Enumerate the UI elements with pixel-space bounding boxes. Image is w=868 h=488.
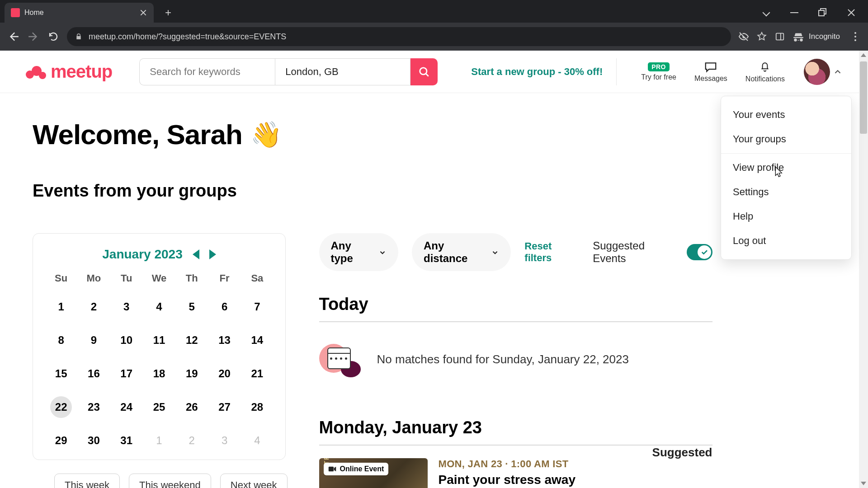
calendar-day[interactable]: 29 — [50, 430, 72, 451]
minimize-icon[interactable] — [790, 9, 798, 17]
this-weekend-button[interactable]: This weekend — [129, 474, 211, 488]
menu-your-events[interactable]: Your events — [721, 103, 851, 127]
calendar-day[interactable]: 4 — [148, 296, 170, 318]
event-row[interactable]: STRESS AWAY Online Event MON, JAN 23 · 1… — [319, 446, 712, 488]
distance-filter[interactable]: Any distance — [412, 233, 511, 271]
calendar-day[interactable]: 21 — [246, 363, 268, 385]
side-panel-icon[interactable] — [774, 31, 785, 42]
calendar-day[interactable]: 28 — [246, 396, 268, 418]
calendar-day[interactable]: 8 — [50, 329, 72, 351]
svg-point-4 — [420, 67, 427, 74]
calendar-day[interactable]: 3 — [116, 296, 137, 318]
search-input[interactable] — [139, 58, 275, 85]
messages-link[interactable]: Messages — [690, 61, 732, 83]
bell-icon — [759, 61, 771, 73]
calendar-day[interactable]: 5 — [181, 296, 203, 318]
calendar-day[interactable]: 18 — [148, 363, 170, 385]
maximize-icon[interactable] — [818, 8, 827, 17]
vertical-scrollbar[interactable] — [859, 51, 868, 488]
video-icon — [328, 466, 336, 472]
scroll-up-icon[interactable] — [861, 53, 866, 57]
calendar-day[interactable]: 17 — [116, 363, 137, 385]
calendar-day[interactable]: 25 — [148, 396, 170, 418]
calendar-day[interactable]: 13 — [214, 329, 236, 351]
calendar-day[interactable]: 10 — [116, 329, 137, 351]
welcome-text: Welcome, Sarah — [33, 118, 242, 150]
scroll-down-icon[interactable] — [861, 482, 866, 485]
eye-off-icon[interactable] — [738, 31, 749, 42]
new-tab-button[interactable]: + — [159, 4, 177, 22]
calendar-day[interactable]: 7 — [246, 296, 268, 318]
next-day-heading: Monday, January 23 — [319, 418, 712, 446]
today-heading: Today — [319, 295, 712, 322]
menu-help[interactable]: Help — [721, 204, 851, 229]
calendar-prev-button[interactable] — [193, 249, 199, 259]
incognito-label: Incognito — [809, 32, 840, 41]
back-button[interactable] — [7, 30, 20, 43]
calendar-day[interactable]: 12 — [181, 329, 203, 351]
calendar-day[interactable]: 6 — [214, 296, 236, 318]
calendar-dow: Tu — [110, 272, 143, 284]
calendar-day[interactable]: 1 — [148, 430, 170, 451]
tab-search-icon[interactable] — [762, 9, 770, 17]
calendar-day[interactable]: 3 — [214, 430, 236, 451]
browser-tab[interactable]: Home — [5, 3, 154, 23]
reset-filters-link[interactable]: Reset filters — [524, 240, 576, 264]
incognito-badge[interactable]: Incognito — [793, 31, 840, 42]
filter-row: Any type Any distance Reset filters Sugg… — [319, 233, 712, 271]
try-pro[interactable]: PRO Try for free — [637, 62, 681, 81]
calendar-day[interactable]: 27 — [214, 396, 236, 418]
calendar-day[interactable]: 16 — [83, 363, 104, 385]
suggested-events-toggle[interactable] — [687, 244, 712, 260]
location-input[interactable] — [275, 58, 410, 85]
calendar-day[interactable]: 30 — [83, 430, 104, 451]
search-button[interactable] — [410, 58, 438, 85]
close-window-icon[interactable] — [847, 9, 855, 17]
next-week-button[interactable]: Next week — [220, 474, 288, 488]
scrollbar-thumb[interactable] — [860, 61, 867, 134]
calendar-day[interactable]: 31 — [116, 430, 137, 451]
menu-view-profile[interactable]: View profile — [721, 155, 851, 180]
bookmark-star-icon[interactable] — [756, 31, 767, 42]
browser-chrome: Home + — [0, 0, 868, 51]
start-group-link[interactable]: Start a new group - 30% off! — [471, 58, 617, 85]
url-input[interactable] — [89, 32, 723, 42]
notifications-link[interactable]: Notifications — [741, 61, 789, 83]
kebab-menu-icon[interactable] — [850, 31, 861, 42]
calendar-day[interactable]: 9 — [83, 329, 104, 351]
pro-badge: PRO — [648, 62, 670, 71]
close-tab-icon[interactable] — [140, 9, 146, 16]
forward-button[interactable] — [27, 30, 40, 43]
calendar-day[interactable]: 11 — [148, 329, 170, 351]
calendar-day[interactable]: 4 — [246, 430, 268, 451]
calendar-day[interactable]: 24 — [116, 396, 137, 418]
menu-settings[interactable]: Settings — [721, 180, 851, 204]
meetup-logo[interactable]: meetup — [25, 61, 112, 82]
try-for-free-label: Try for free — [641, 73, 676, 81]
calendar-day[interactable]: 19 — [181, 363, 203, 385]
menu-your-groups[interactable]: Your groups — [721, 127, 851, 154]
calendar-day[interactable]: 14 — [246, 329, 268, 351]
calendar-next-button[interactable] — [209, 249, 216, 259]
menu-log-out[interactable]: Log out — [721, 229, 851, 253]
reload-button[interactable] — [47, 30, 60, 43]
calendar-day[interactable]: 26 — [181, 396, 203, 418]
this-week-button[interactable]: This week — [54, 474, 120, 488]
events-heading: Events from your groups — [33, 181, 835, 201]
calendar-day[interactable]: 1 — [50, 296, 72, 318]
type-filter[interactable]: Any type — [319, 233, 398, 271]
site-header: meetup Start a new group - 30% off! PRO … — [0, 51, 868, 93]
profile-menu-trigger[interactable] — [798, 59, 843, 85]
svg-rect-5 — [328, 467, 333, 472]
calendar-day[interactable]: 2 — [181, 430, 203, 451]
calendar-day[interactable]: 15 — [50, 363, 72, 385]
calendar-day[interactable]: 20 — [214, 363, 236, 385]
search-bar — [139, 58, 438, 85]
calendar-dow: Th — [175, 272, 208, 284]
address-bar[interactable] — [67, 27, 731, 46]
calendar-day[interactable]: 2 — [83, 296, 104, 318]
calendar-day[interactable]: 23 — [83, 396, 104, 418]
chevron-up-icon — [833, 67, 843, 77]
no-matches-row: No matches found for Sunday, January 22,… — [319, 341, 712, 377]
calendar-day[interactable]: 22 — [50, 396, 72, 418]
